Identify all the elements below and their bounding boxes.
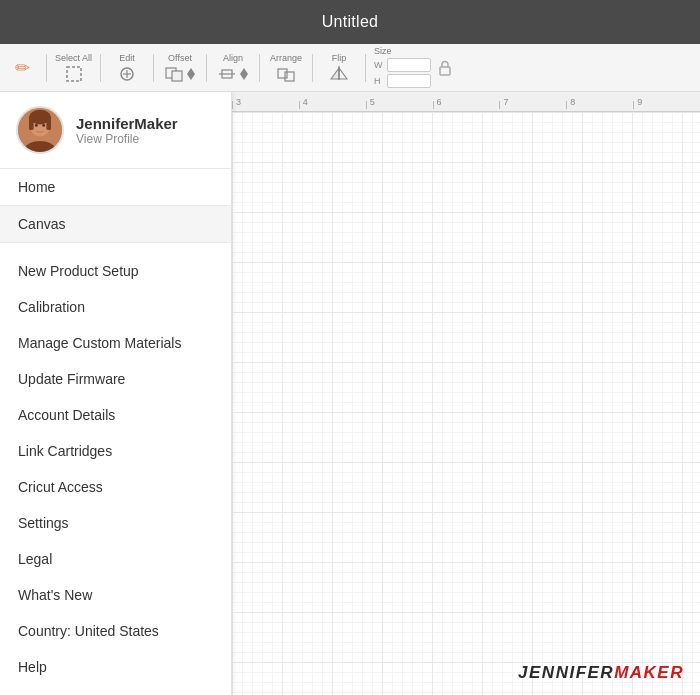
svg-point-21 (35, 124, 38, 127)
width-label: W (374, 60, 384, 70)
top-header: Untitled (0, 0, 700, 44)
view-profile-link[interactable]: View Profile (76, 132, 178, 146)
select-all-icon (65, 65, 83, 83)
sidebar-item-help[interactable]: Help (0, 649, 231, 685)
ruler-tick (366, 101, 367, 109)
height-input[interactable] (387, 74, 431, 88)
lock-icon[interactable] (435, 58, 455, 78)
svg-rect-0 (67, 67, 81, 81)
ruler-tick (299, 101, 300, 109)
ruler-tick (566, 101, 567, 109)
branding-maker: MAKER (614, 663, 684, 683)
svg-rect-15 (440, 67, 450, 75)
svg-rect-19 (29, 117, 34, 130)
arrange-label: Arrange (270, 53, 302, 63)
edit-icon (118, 65, 136, 83)
avatar (16, 106, 64, 154)
ruler: 3456789 (232, 92, 700, 112)
sidebar-item-canvas[interactable]: Canvas (0, 206, 231, 243)
edit-group[interactable]: Edit (109, 53, 145, 83)
document-title: Untitled (322, 13, 379, 31)
flip-label: Flip (332, 53, 347, 63)
ruler-number: 5 (370, 97, 375, 107)
sidebar-item-account-details[interactable]: Account Details (0, 397, 231, 433)
toolbar-separator-6 (312, 54, 313, 82)
toolbar-separator-7 (365, 54, 366, 82)
ruler-tick (633, 101, 634, 109)
sidebar-item-legal[interactable]: Legal (0, 541, 231, 577)
ruler-tick (433, 101, 434, 109)
user-name: JenniferMaker (76, 115, 178, 132)
toolbar-separator-1 (46, 54, 47, 82)
svg-marker-6 (187, 68, 195, 74)
canvas-area: 3456789 JENNIFER MAKER (232, 92, 700, 695)
ruler-number: 4 (303, 97, 308, 107)
offset-label: Offset (168, 53, 192, 63)
user-info: JenniferMaker View Profile (76, 115, 178, 146)
ruler-number: 3 (236, 97, 241, 107)
svg-rect-20 (46, 117, 51, 130)
pencil-icon[interactable]: ✏ (8, 54, 36, 82)
main-area: JenniferMaker View Profile Home Canvas N… (0, 92, 700, 695)
branding: JENNIFER MAKER (518, 663, 684, 683)
select-all-group[interactable]: Select All (55, 53, 92, 83)
branding-jennifer: JENNIFER (518, 663, 614, 683)
sidebar-item-sign-out[interactable]: Sign Out (0, 685, 231, 695)
sidebar-item-manage-custom-materials[interactable]: Manage Custom Materials (0, 325, 231, 361)
select-all-label: Select All (55, 53, 92, 63)
user-profile: JenniferMaker View Profile (0, 92, 231, 169)
svg-rect-12 (278, 69, 287, 78)
toolbar: ✏ Select All Edit Offset (0, 44, 700, 92)
toolbar-separator-2 (100, 54, 101, 82)
svg-marker-11 (240, 74, 248, 80)
toolbar-separator-4 (206, 54, 207, 82)
svg-marker-7 (187, 74, 195, 80)
width-input[interactable] (387, 58, 431, 72)
sidebar-item-whats-new[interactable]: What's New (0, 577, 231, 613)
sidebar-item-country[interactable]: Country: United States (0, 613, 231, 649)
svg-rect-13 (285, 72, 294, 81)
toolbar-separator-5 (259, 54, 260, 82)
sidebar: JenniferMaker View Profile Home Canvas N… (0, 92, 232, 695)
size-group: Size W H (374, 46, 431, 90)
edit-label: Edit (119, 53, 135, 63)
align-icon (217, 65, 249, 83)
ruler-tick (499, 101, 500, 109)
offset-group[interactable]: Offset (162, 53, 198, 83)
sidebar-item-new-product-setup[interactable]: New Product Setup (0, 253, 231, 289)
arrange-icon (276, 65, 296, 83)
align-group[interactable]: Align (215, 53, 251, 83)
sidebar-item-calibration[interactable]: Calibration (0, 289, 231, 325)
ruler-number: 6 (437, 97, 442, 107)
arrange-group[interactable]: Arrange (268, 53, 304, 83)
ruler-number: 9 (637, 97, 642, 107)
size-label: Size (374, 46, 392, 56)
sidebar-item-cricut-access[interactable]: Cricut Access (0, 469, 231, 505)
ruler-tick (232, 101, 233, 109)
offset-icon (164, 65, 196, 83)
sidebar-item-home[interactable]: Home (0, 169, 231, 206)
flip-icon (328, 65, 350, 83)
nav-section: Home Canvas New Product Setup Calibratio… (0, 169, 231, 695)
ruler-marks: 3456789 (232, 92, 700, 109)
svg-marker-10 (240, 68, 248, 74)
nav-spacer (0, 243, 231, 253)
toolbar-separator-3 (153, 54, 154, 82)
align-label: Align (223, 53, 243, 63)
sidebar-item-update-firmware[interactable]: Update Firmware (0, 361, 231, 397)
sidebar-item-link-cartridges[interactable]: Link Cartridges (0, 433, 231, 469)
svg-point-22 (42, 124, 45, 127)
ruler-number: 8 (570, 97, 575, 107)
sidebar-item-settings[interactable]: Settings (0, 505, 231, 541)
flip-group[interactable]: Flip (321, 53, 357, 83)
ruler-number: 7 (503, 97, 508, 107)
grid-canvas[interactable]: JENNIFER MAKER (232, 112, 700, 695)
height-label: H (374, 76, 384, 86)
svg-rect-5 (172, 71, 182, 81)
